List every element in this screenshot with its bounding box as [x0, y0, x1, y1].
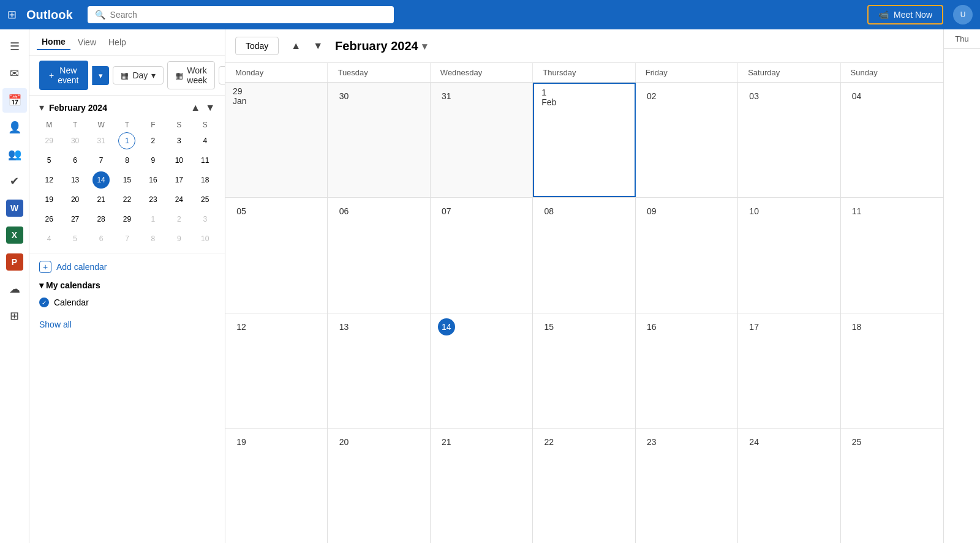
mini-cal-day-17[interactable]: 17: [170, 171, 187, 189]
cal-day-2feb[interactable]: 02: [636, 83, 738, 197]
cal-day-6feb[interactable]: 06: [328, 198, 430, 312]
cal-day-12feb[interactable]: 12: [225, 313, 328, 428]
cal-day-20feb[interactable]: 20: [328, 429, 430, 543]
cal-day-9feb[interactable]: 09: [636, 198, 738, 312]
sidebar-item-contacts[interactable]: 👥: [2, 142, 27, 167]
sidebar-nav-view[interactable]: View: [73, 35, 101, 50]
mini-cal-day-12[interactable]: 12: [40, 171, 58, 189]
mini-cal-day-24[interactable]: 24: [170, 191, 187, 208]
mini-cal-next[interactable]: ▼: [203, 101, 217, 114]
cal-day-14feb[interactable]: 14: [431, 313, 533, 428]
cal-day-29jan[interactable]: 29 Jan: [225, 83, 328, 197]
view-week-button[interactable]: ▦ Week: [219, 66, 225, 84]
my-calendars-chevron[interactable]: ▾: [39, 280, 43, 290]
calendar-title-chevron[interactable]: ▾: [422, 40, 427, 52]
cal-day-5feb[interactable]: 05: [225, 198, 328, 312]
add-calendar-button[interactable]: + Add calendar: [39, 261, 215, 273]
mini-cal-day-10-mar[interactable]: 10: [197, 230, 214, 247]
sidebar-item-apps[interactable]: ⊞: [2, 304, 27, 328]
view-day-button[interactable]: ▦ Day ▾: [113, 66, 164, 84]
next-month-button[interactable]: ▼: [308, 38, 328, 54]
sidebar-item-excel[interactable]: X: [2, 223, 27, 247]
mini-cal-day-23[interactable]: 23: [145, 191, 162, 208]
new-event-button[interactable]: + New event: [39, 61, 88, 90]
cal-day-11feb[interactable]: 11: [841, 198, 943, 312]
mini-cal-day-9[interactable]: 9: [145, 152, 162, 169]
mini-cal-day-1[interactable]: 1: [118, 132, 135, 149]
avatar[interactable]: U: [953, 5, 973, 24]
mini-cal-day-31-jan[interactable]: 31: [92, 132, 110, 149]
sidebar-item-powerpoint[interactable]: P: [2, 250, 27, 274]
cal-day-19feb[interactable]: 19: [225, 429, 328, 543]
cal-day-30jan[interactable]: 30: [328, 83, 430, 197]
search-input[interactable]: [110, 10, 386, 20]
mini-cal-collapse[interactable]: ▾: [37, 100, 47, 114]
mini-cal-day-14[interactable]: 14: [92, 171, 110, 189]
cal-day-1feb[interactable]: 1 Feb: [533, 83, 635, 197]
search-bar[interactable]: 🔍: [88, 6, 394, 23]
mini-cal-day-30-jan[interactable]: 30: [67, 132, 84, 149]
mini-cal-day-2-mar[interactable]: 2: [170, 211, 187, 228]
view-workweek-button[interactable]: ▦ Work week: [167, 61, 215, 89]
mini-cal-day-7[interactable]: 7: [92, 152, 110, 169]
mini-cal-day-18[interactable]: 18: [197, 171, 214, 189]
mini-cal-day-8[interactable]: 8: [118, 152, 135, 169]
cal-day-15feb[interactable]: 15: [533, 313, 635, 428]
mini-cal-day-21[interactable]: 21: [92, 191, 110, 208]
sidebar-item-calendar[interactable]: 📅: [2, 88, 27, 113]
cal-day-4feb[interactable]: 04: [841, 83, 943, 197]
cal-day-18feb[interactable]: 18: [841, 313, 943, 428]
mini-cal-day-8-mar[interactable]: 8: [145, 230, 162, 247]
show-all-button[interactable]: Show all: [39, 317, 215, 332]
sidebar-nav-home[interactable]: Home: [37, 34, 70, 50]
sidebar-item-word[interactable]: W: [2, 196, 27, 220]
mini-cal-day-28[interactable]: 28: [92, 211, 110, 228]
cal-day-13feb[interactable]: 13: [328, 313, 430, 428]
sidebar-item-tasks[interactable]: ✔: [2, 169, 27, 193]
cal-day-25feb[interactable]: 25: [841, 429, 943, 543]
grid-icon[interactable]: ⊞: [7, 8, 17, 21]
cal-day-10feb[interactable]: 10: [738, 198, 840, 312]
mini-cal-day-5[interactable]: 5: [40, 152, 58, 169]
mini-cal-day-9-mar[interactable]: 9: [170, 230, 187, 247]
mini-cal-day-10[interactable]: 10: [170, 152, 187, 169]
mini-cal-day-22[interactable]: 22: [118, 191, 135, 208]
mini-cal-day-6[interactable]: 6: [67, 152, 84, 169]
cal-day-3feb[interactable]: 03: [738, 83, 840, 197]
sidebar-item-mail[interactable]: ✉: [2, 61, 27, 86]
mini-cal-day-15[interactable]: 15: [118, 171, 135, 189]
mini-cal-day-5-mar[interactable]: 5: [67, 230, 84, 247]
cal-day-31jan[interactable]: 31: [431, 83, 533, 197]
mini-cal-day-6-mar[interactable]: 6: [92, 230, 110, 247]
mini-cal-day-7-mar[interactable]: 7: [118, 230, 135, 247]
mini-cal-day-29-jan[interactable]: 29: [40, 132, 58, 149]
mini-cal-day-11[interactable]: 11: [197, 152, 214, 169]
mini-cal-prev[interactable]: ▲: [188, 101, 203, 114]
cal-day-23feb[interactable]: 23: [636, 429, 738, 543]
cal-day-22feb[interactable]: 22: [533, 429, 635, 543]
mini-cal-day-20[interactable]: 20: [67, 191, 84, 208]
mini-cal-day-27[interactable]: 27: [67, 211, 84, 228]
mini-cal-day-13[interactable]: 13: [67, 171, 84, 189]
cal-day-7feb[interactable]: 07: [431, 198, 533, 312]
today-button[interactable]: Today: [235, 37, 279, 55]
new-event-dropdown-button[interactable]: ▾: [92, 66, 109, 85]
cal-day-16feb[interactable]: 16: [636, 313, 738, 428]
mini-cal-day-1-mar[interactable]: 1: [145, 211, 162, 228]
cal-day-17feb[interactable]: 17: [738, 313, 840, 428]
meet-now-button[interactable]: 📹 Meet Now: [867, 5, 943, 24]
mini-cal-day-2[interactable]: 2: [145, 132, 162, 149]
mini-cal-day-3-mar[interactable]: 3: [197, 211, 214, 228]
sidebar-item-onedrive[interactable]: ☁: [2, 277, 27, 301]
mini-cal-day-19[interactable]: 19: [40, 191, 58, 208]
mini-cal-day-4[interactable]: 4: [197, 132, 214, 149]
mini-cal-day-3[interactable]: 3: [170, 132, 187, 149]
sidebar-item-menu[interactable]: ☰: [2, 34, 27, 59]
mini-cal-day-16[interactable]: 16: [145, 171, 162, 189]
sidebar-nav-help[interactable]: Help: [104, 35, 131, 50]
mini-cal-day-4-mar[interactable]: 4: [40, 230, 58, 247]
mini-cal-day-29[interactable]: 29: [118, 211, 135, 228]
prev-month-button[interactable]: ▲: [286, 38, 306, 54]
mini-cal-day-26[interactable]: 26: [40, 211, 58, 228]
mini-cal-day-25[interactable]: 25: [197, 191, 214, 208]
